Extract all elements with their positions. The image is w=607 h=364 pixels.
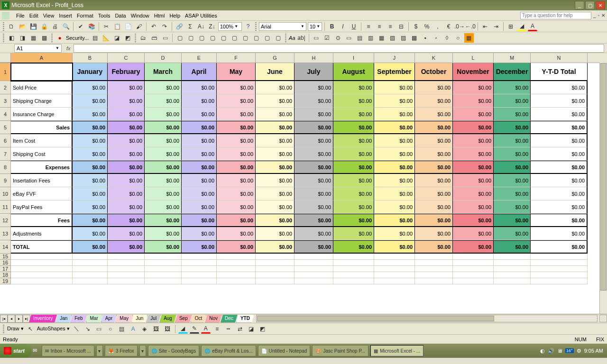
tb-icon[interactable]: ▨ <box>399 33 408 43</box>
row-header-14[interactable]: 14 <box>0 240 11 254</box>
cell-15-A[interactable] <box>11 254 73 260</box>
cell-2-K[interactable]: $0.00 <box>415 81 453 94</box>
cell-14-E[interactable]: $0.00 <box>182 240 217 254</box>
cell-12-H[interactable]: $0.00 <box>294 214 333 227</box>
cell-9-E[interactable]: $0.00 <box>182 174 217 187</box>
cell-9-C[interactable]: $0.00 <box>108 174 145 187</box>
row-header-2[interactable]: 2 <box>0 81 11 94</box>
tray-icon[interactable]: 🔊 <box>548 348 554 354</box>
header-cell-february[interactable]: February <box>108 63 145 81</box>
cell-13-F[interactable]: $0.00 <box>217 227 256 240</box>
cell-19-D[interactable] <box>145 278 182 284</box>
row-label-sold-price[interactable]: Sold Price <box>11 81 73 94</box>
textbox-icon[interactable]: ▤ <box>117 324 127 334</box>
tab-first-button[interactable]: |◂ <box>0 315 8 323</box>
align-center-button[interactable]: ≡ <box>375 22 384 31</box>
cell-11-C[interactable]: $0.00 <box>108 200 145 214</box>
cell-10-B[interactable]: $0.00 <box>73 187 108 200</box>
sheet-tab-sep[interactable]: Sep <box>175 315 192 323</box>
tb-icon[interactable]: ▭ <box>160 33 170 43</box>
cell-14-G[interactable]: $0.00 <box>256 240 294 254</box>
tb-icon[interactable]: ⊙ <box>333 33 343 43</box>
tb-icon[interactable]: ▭ <box>344 33 354 43</box>
cell-8-N[interactable]: $0.00 <box>531 161 588 174</box>
column-header-G[interactable]: G <box>256 53 294 63</box>
row-label-paypal-fees[interactable]: PayPal Fees <box>11 200 73 214</box>
row-header-18[interactable]: 18 <box>0 272 11 278</box>
cell-18-M[interactable] <box>494 272 531 278</box>
cell-3-L[interactable]: $0.00 <box>453 94 494 108</box>
cell-8-F[interactable]: $0.00 <box>217 161 256 174</box>
cell-16-I[interactable] <box>333 260 374 266</box>
cell-9-K[interactable]: $0.00 <box>415 174 453 187</box>
cell-14-I[interactable]: $0.00 <box>333 240 374 254</box>
cell-9-M[interactable]: $0.00 <box>494 174 531 187</box>
cell-18-B[interactable] <box>73 272 108 278</box>
cell-10-F[interactable]: $0.00 <box>217 187 256 200</box>
cell-6-M[interactable]: $0.00 <box>494 134 531 147</box>
comma-button[interactable]: , <box>433 22 442 31</box>
cell-6-I[interactable]: $0.00 <box>333 134 374 147</box>
cell-17-C[interactable] <box>108 266 145 272</box>
cell-16-H[interactable] <box>294 260 333 266</box>
cell-12-D[interactable]: $0.00 <box>145 214 182 227</box>
cell-4-K[interactable]: $0.00 <box>415 108 453 121</box>
cell-18-N[interactable] <box>531 272 588 278</box>
cell-12-K[interactable]: $0.00 <box>415 214 453 227</box>
undo-button[interactable]: ↶ <box>149 22 158 31</box>
cell-11-I[interactable]: $0.00 <box>333 200 374 214</box>
cell-5-B[interactable]: $0.00 <box>73 121 108 134</box>
tb-icon[interactable]: ▩ <box>39 33 49 43</box>
sheet-tab-jul[interactable]: Jul <box>146 315 161 323</box>
cell-17-M[interactable] <box>494 266 531 272</box>
cell-19-B[interactable] <box>73 278 108 284</box>
cell-5-H[interactable]: $0.00 <box>294 121 333 134</box>
cell-8-H[interactable]: $0.00 <box>294 161 333 174</box>
tb-icon[interactable]: ▥ <box>366 33 376 43</box>
tb-icon[interactable]: ▢ <box>230 33 239 43</box>
cell-17-A[interactable] <box>11 266 73 272</box>
row-label-fees[interactable]: Fees <box>11 214 73 227</box>
column-header-E[interactable]: E <box>182 53 217 63</box>
cell-10-C[interactable]: $0.00 <box>108 187 145 200</box>
tb-icon[interactable]: ○ <box>453 33 463 43</box>
cell-14-F[interactable]: $0.00 <box>217 240 256 254</box>
cell-6-C[interactable]: $0.00 <box>108 134 145 147</box>
cell-7-H[interactable]: $0.00 <box>294 147 333 161</box>
cell-13-M[interactable]: $0.00 <box>494 227 531 240</box>
menu-html[interactable]: Html <box>154 13 165 18</box>
line-style-icon[interactable]: ≡ <box>212 324 222 334</box>
align-right-button[interactable]: ≡ <box>386 22 395 31</box>
cell-13-G[interactable]: $0.00 <box>256 227 294 240</box>
maximize-button[interactable]: ▢ <box>585 1 595 9</box>
cell-2-M[interactable]: $0.00 <box>494 81 531 94</box>
cell-2-E[interactable]: $0.00 <box>182 81 217 94</box>
cell-10-M[interactable]: $0.00 <box>494 187 531 200</box>
cell-19-L[interactable] <box>453 278 494 284</box>
tb-icon[interactable]: ▢ <box>251 33 261 43</box>
cell-7-K[interactable]: $0.00 <box>415 147 453 161</box>
cell-13-L[interactable]: $0.00 <box>453 227 494 240</box>
cell-19-H[interactable] <box>294 278 333 284</box>
cell-9-H[interactable]: $0.00 <box>294 174 333 187</box>
cell-3-G[interactable]: $0.00 <box>256 94 294 108</box>
cell-11-F[interactable]: $0.00 <box>217 200 256 214</box>
cell-13-B[interactable]: $0.00 <box>73 227 108 240</box>
row-header-19[interactable]: 19 <box>0 278 11 284</box>
cell-6-G[interactable]: $0.00 <box>256 134 294 147</box>
cell-12-M[interactable]: $0.00 <box>494 214 531 227</box>
tb-icon[interactable]: ▢ <box>186 33 195 43</box>
cell-5-K[interactable]: $0.00 <box>415 121 453 134</box>
diagram-icon[interactable]: ◈ <box>140 324 149 334</box>
cell-3-J[interactable]: $0.00 <box>374 94 415 108</box>
cell-5-G[interactable]: $0.00 <box>256 121 294 134</box>
italic-button[interactable]: I <box>338 22 348 31</box>
cell-4-M[interactable]: $0.00 <box>494 108 531 121</box>
tb-icon[interactable]: ▩ <box>410 33 419 43</box>
cell-15-I[interactable] <box>333 254 374 260</box>
tb-icon[interactable]: ▭ <box>312 33 321 43</box>
cell-14-N[interactable]: $0.00 <box>531 240 588 254</box>
euro-button[interactable]: € <box>444 22 453 31</box>
cell-2-D[interactable]: $0.00 <box>145 81 182 94</box>
cell-5-E[interactable]: $0.00 <box>182 121 217 134</box>
